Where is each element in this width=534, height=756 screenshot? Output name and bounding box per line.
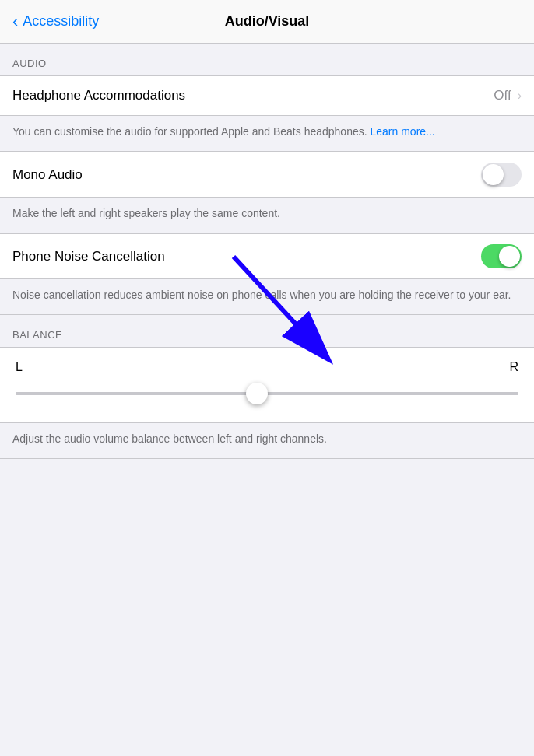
balance-section: L R [0,347,534,423]
balance-right-label: R [509,360,518,374]
phone-noise-cancellation-row[interactable]: Phone Noise Cancellation [0,234,534,278]
headphone-description-text: You can customise the audio for supporte… [12,125,370,138]
phone-noise-cancellation-label: Phone Noise Cancellation [12,249,165,264]
mono-audio-row[interactable]: Mono Audio [0,152,534,197]
audio-settings-group: Headphone Accommodations Off › [0,75,534,116]
mono-audio-label: Mono Audio [12,167,83,183]
mono-audio-toggle[interactable] [481,163,522,187]
phone-noise-cancellation-toggle-knob [499,246,520,267]
phone-noise-cancellation-toggle[interactable] [481,244,522,268]
balance-description-text: Adjust the audio volume balance between … [12,432,327,445]
headphone-accommodations-value: Off [494,88,511,103]
headphone-accommodations-row[interactable]: Headphone Accommodations Off › [0,76,534,115]
slider-fill-left [16,392,257,395]
back-label: Accessibility [23,13,99,30]
phone-noise-cancellation-description-block: Noise cancellation reduces ambient noise… [0,279,534,315]
headphone-accommodations-label: Headphone Accommodations [12,88,185,103]
navigation-bar: ‹ Accessibility Audio/Visual [0,0,534,44]
page-title: Audio/Visual [225,13,310,30]
mono-audio-description-block: Make the left and right speakers play th… [0,198,534,233]
balance-left-label: L [16,360,23,374]
chevron-right-icon: › [518,89,522,103]
chevron-left-icon: ‹ [12,12,18,32]
audio-section-header: AUDIO [0,44,534,75]
headphone-accommodations-description: You can customise the audio for supporte… [0,116,534,152]
headphone-accommodations-value-row: Off › [494,88,522,103]
phone-noise-cancellation-group: Phone Noise Cancellation [0,233,534,279]
balance-section-header: BALANCE [0,315,534,347]
mono-audio-toggle-knob [483,164,504,185]
balance-slider-container[interactable] [16,380,518,407]
back-button[interactable]: ‹ Accessibility [12,12,99,32]
mono-audio-group: Mono Audio [0,152,534,198]
balance-description-block: Adjust the audio volume balance between … [0,423,534,459]
balance-lr-labels: L R [16,360,518,374]
phone-noise-cancellation-description-text: Noise cancellation reduces ambient noise… [12,289,511,301]
mono-audio-description-text: Make the left and right speakers play th… [12,207,280,219]
learn-more-link[interactable]: Learn more... [370,125,434,138]
slider-fill-right [267,392,518,395]
balance-slider-thumb[interactable] [246,383,268,404]
